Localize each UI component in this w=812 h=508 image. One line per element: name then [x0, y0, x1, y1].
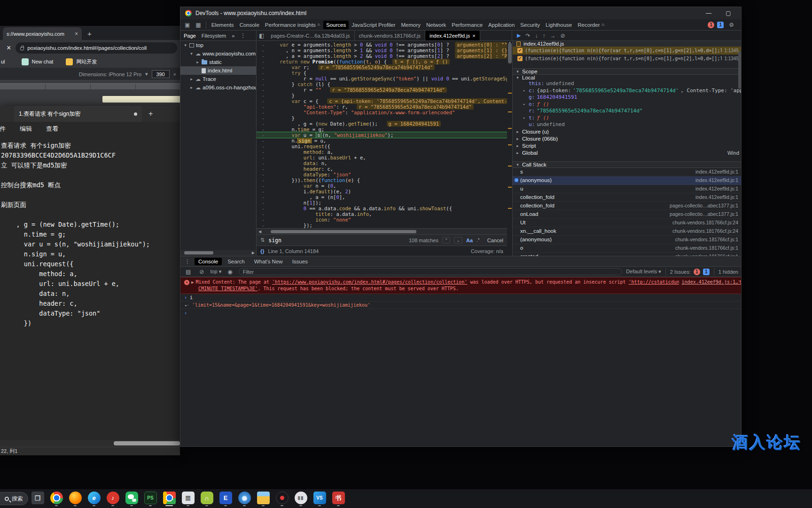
red-app-icon-slot[interactable]: 书 — [332, 492, 345, 506]
notepad-content[interactable]: 查看请求 有个sign加密20783396BCCE4D2D6D5A1B29D1C… — [0, 136, 180, 440]
bookmark-webdev[interactable]: 网站开发 — [76, 58, 97, 65]
scrollbar-thumb[interactable] — [271, 230, 416, 233]
disclosure-right-icon[interactable]: ▸ — [195, 60, 200, 64]
scrollbar-thumb[interactable] — [114, 441, 180, 445]
screen-record-icon-slot[interactable] — [275, 492, 289, 506]
disclosure-down-icon[interactable]: ▾ — [189, 51, 194, 56]
firefox-icon-slot[interactable] — [69, 492, 82, 506]
code-line[interactable]: - i.default)(e, 2) — [257, 189, 507, 194]
eye-icon[interactable]: ◉ — [225, 269, 234, 275]
search-input[interactable]: sign — [268, 237, 405, 244]
code-line[interactable]: - icon: "none" — [257, 217, 507, 222]
callstack-frame-collection-fold[interactable]: collection_foldindex.412eef9d.js:1 — [513, 193, 741, 202]
callstack-frame-anonymous[interactable]: (anonymous)chunk-vendors.181766cf.js:1 — [513, 236, 741, 244]
step-out-icon[interactable]: ↑ — [543, 32, 546, 39]
pretty-print-icon[interactable]: {} — [260, 248, 265, 254]
tab-console[interactable]: Console — [237, 21, 262, 29]
code-line[interactable]: - return new Promise((function(t, o) { t… — [257, 59, 507, 64]
console-result-row[interactable]: ◂· 'limit=15&name=&page=1&time=168420494… — [180, 302, 741, 309]
chevron-down-icon[interactable]: ▾ — [145, 71, 148, 77]
tab-application[interactable]: Application — [485, 21, 517, 29]
disclosure-right-icon[interactable]: ▸ — [515, 143, 520, 148]
issues-label[interactable]: 2 Issues: — [670, 269, 691, 275]
scroll-right-arrow-icon[interactable]: ▶ — [252, 251, 256, 255]
context-selector[interactable]: top ▾ — [210, 269, 221, 275]
callstack-section-header[interactable]: ▾ Call Stack — [513, 161, 741, 168]
console-sidebar-icon[interactable]: ▤ — [183, 269, 193, 275]
error-source-link[interactable]: index.412eef9d.js:1… — [679, 279, 738, 286]
tree-item-www-poxiaoyishu-com[interactable]: ▾☁www.poxiaoyishu.com — [180, 49, 256, 58]
sidebar-scrollbar-thumb[interactable] — [738, 51, 741, 89]
code-line[interactable]: - var n = (0, — [257, 183, 507, 189]
task-view-icon[interactable]: ❐ — [31, 492, 44, 504]
scope-section-header[interactable]: ▾ Scope — [513, 68, 741, 75]
breakpoint-entry[interactable]: ✓(function(e){function n(n){for(var t,r,… — [513, 55, 741, 63]
deactivate-breakpoints-icon[interactable]: ⊘ — [561, 32, 565, 39]
scope-var-t[interactable]: ▸t: ƒ () — [513, 115, 741, 122]
console-error-message[interactable]: ✕▶Mixed Content: The page at 'https://ww… — [180, 277, 741, 294]
notepad-icon[interactable]: ≣ — [182, 492, 195, 504]
callstack-frame-collection-fold[interactable]: collection_foldpages-collectio…abec1377.… — [513, 202, 741, 210]
evernote-icon[interactable]: E — [219, 492, 232, 504]
code-line[interactable]: - , a = (n[0], — [257, 194, 507, 200]
code-line[interactable]: - } — [257, 115, 507, 121]
code-line[interactable]: - try { — [257, 70, 507, 76]
netease-music-icon-slot[interactable]: ♪ — [106, 492, 119, 506]
kebab-menu-icon[interactable]: ⋮ — [182, 258, 193, 265]
minimize-button[interactable]: — — [701, 10, 717, 16]
callstack-frame-anonymous[interactable]: (anonymous)index.412eef9d.js:1 — [513, 176, 741, 185]
voice-recorder-icon-slot[interactable]: ‖‖ — [294, 492, 307, 506]
task-view-icon-slot[interactable]: ❐ — [31, 492, 44, 506]
devtools-titlebar[interactable]: DevTools - www.poxiaoyishu.com/index.htm… — [180, 7, 741, 19]
gear-icon[interactable]: ⚙ — [726, 22, 736, 28]
netease-music-icon[interactable]: ♪ — [107, 492, 119, 504]
scope-var-r[interactable]: r: "7856855965e5249a78eca74b9474714d" — [513, 108, 741, 115]
nav-tab-page[interactable]: Page — [181, 32, 198, 40]
tab-performance-insights[interactable]: Performance insights⚠ — [262, 21, 323, 29]
file-tab-index-412eef9d-js[interactable]: index.412eef9d.js× — [425, 31, 480, 40]
expand-arrow-icon[interactable]: ▶ — [191, 280, 194, 285]
breakpoint-entry[interactable]: ✓(function(e){function n(n){for(var t,r,… — [513, 47, 741, 55]
console-tab-what-s-new[interactable]: What's New — [250, 258, 287, 265]
voice-recorder-icon[interactable]: ‖‖ — [295, 492, 307, 504]
disclosure-right-icon[interactable]: ▸ — [523, 88, 527, 93]
edge-icon[interactable]: e — [88, 492, 101, 504]
tab-memory[interactable]: Memory — [398, 21, 424, 29]
wechat-icon-slot[interactable] — [125, 492, 138, 506]
scope-section-script[interactable]: ▸Script — [513, 143, 741, 150]
default-levels-dropdown[interactable]: Default levels ▾ — [626, 269, 661, 275]
navigator-hscrollbar[interactable]: ▶ — [180, 250, 256, 256]
callstack-frame-u[interactable]: uindex.412eef9d.js:1 — [513, 185, 741, 193]
tree-item-trace[interactable]: ▸☁Trace — [180, 75, 256, 83]
callstack-frame-onload[interactable]: onLoadpages-collectio…abec1377.js:1 — [513, 210, 741, 219]
device-toggle-icon[interactable]: ▦ — [193, 22, 203, 28]
menu-item[interactable]: 编辑 — [20, 125, 32, 133]
address-bar[interactable]: poxiaoyishu.com/index.html#/pages/collec… — [16, 42, 177, 54]
tree-item-a096-oss-cn-hangzhou-aliyu[interactable]: ▸☁a096.oss-cn-hangzhou.aliyu — [180, 83, 256, 92]
clear-console-icon[interactable]: ⊘ — [197, 269, 206, 275]
console-filter-input[interactable]: Filter — [239, 268, 622, 275]
android-app-icon-slot[interactable]: ∩ — [200, 492, 213, 506]
disclosure-right-icon[interactable]: ▸ — [523, 102, 527, 106]
file-tab-pages-creator-c-6a-12b4da03-js[interactable]: pages-Creator-C…6a.12b4da03.js — [266, 31, 354, 40]
media-player-icon[interactable]: ◉ — [238, 492, 251, 504]
photoshop-icon-slot[interactable]: PS — [144, 492, 157, 506]
editor-hscrollbar[interactable]: ◀ — [257, 228, 507, 234]
code-line[interactable]: - data: n, — [257, 160, 507, 166]
scope-section-closure-u[interactable]: ▸Closure (u) — [513, 128, 741, 135]
bookmark-new-chat[interactable]: New chat — [32, 59, 54, 64]
code-line[interactable]: - , g = (new Date).getTime(); g = 168420… — [257, 121, 507, 127]
search-prev-button[interactable]: ⌃ — [442, 237, 451, 244]
breakpoint-file-group[interactable]: index.412eef9d.js — [513, 41, 741, 47]
scrollbar-thumb[interactable] — [508, 43, 512, 64]
nav-tab-item[interactable]: » — [229, 32, 237, 40]
scope-var-u[interactable]: u: undefined — [513, 121, 741, 128]
notepad-icon-slot[interactable]: ≣ — [181, 492, 195, 506]
callstack-frame-created[interactable]: createdchunk-vendors.181766cf.js:1 — [513, 253, 741, 256]
nav-tab-filesystem[interactable]: Filesystem — [199, 32, 229, 40]
step-icon[interactable]: → — [550, 32, 556, 39]
callstack-frame-ut[interactable]: Utchunk-vendors.181766cf.js:24 — [513, 219, 741, 227]
code-line[interactable]: - title: a.data.info, — [257, 211, 507, 217]
maximize-button[interactable]: ▢ — [720, 10, 736, 16]
match-case-button[interactable]: Aa — [466, 238, 473, 243]
